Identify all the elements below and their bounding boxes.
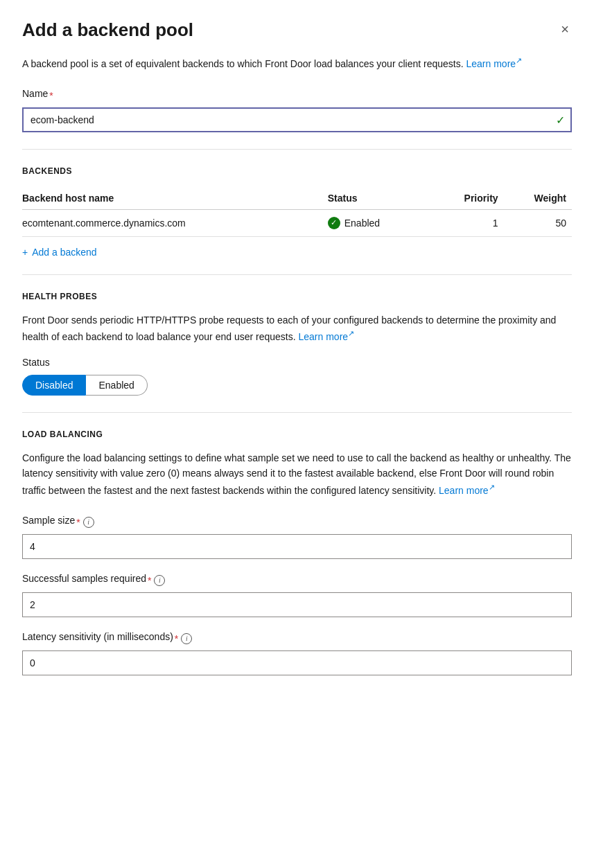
external-link-icon: ↗ [516, 56, 522, 64]
backends-table-header-row: Backend host name Status Priority Weight [22, 187, 572, 210]
successful-samples-label: Successful samples required [22, 573, 146, 584]
successful-samples-info-icon[interactable]: i [154, 575, 165, 586]
col-status: Status [328, 187, 433, 210]
latency-sensitivity-label-row: Latency sensitivity (in milliseconds) * … [22, 631, 572, 646]
status-enabled-cell: ✓ Enabled [328, 217, 427, 229]
load-balancing-section: LOAD BALANCING Configure the load balanc… [22, 429, 572, 675]
name-label: Name [22, 88, 48, 99]
backends-heading: BACKENDS [22, 166, 572, 176]
backends-section: BACKENDS Backend host name Status Priori… [22, 166, 572, 258]
health-probes-heading: HEALTH PROBES [22, 292, 572, 301]
sample-size-group: Sample size * i [22, 515, 572, 559]
health-probes-toggle-group: Disabled Enabled [22, 375, 572, 396]
description-text: A backend pool is a set of equivalent ba… [22, 58, 464, 69]
health-probes-external-link-icon: ↗ [348, 329, 354, 337]
name-field-group: Name * ✓ [22, 88, 572, 132]
latency-sensitivity-group: Latency sensitivity (in milliseconds) * … [22, 631, 572, 675]
health-probes-description: Front Door sends periodic HTTP/HTTPS pro… [22, 312, 572, 344]
backend-priority: 1 [433, 209, 504, 236]
sample-size-input[interactable] [22, 534, 572, 559]
load-balancing-description: Configure the load balancing settings to… [22, 450, 572, 498]
health-probes-learn-more-link[interactable]: Learn more↗ [299, 331, 355, 342]
health-probes-status-label: Status [22, 357, 572, 368]
col-weight: Weight [504, 187, 572, 210]
divider-backends [22, 149, 572, 150]
load-balancing-heading: LOAD BALANCING [22, 429, 572, 439]
col-priority: Priority [433, 187, 504, 210]
col-host-name: Backend host name [22, 187, 328, 210]
successful-samples-group: Successful samples required * i [22, 573, 572, 617]
add-backend-label: Add a backend [32, 247, 96, 258]
name-required-indicator: * [49, 90, 53, 101]
backend-status: ✓ Enabled [328, 209, 433, 236]
backend-host-name: ecomtenant.commerce.dynamics.com [22, 209, 328, 236]
latency-sensitivity-input[interactable] [22, 650, 572, 675]
latency-sensitivity-label: Latency sensitivity (in milliseconds) [22, 631, 173, 642]
add-backend-button[interactable]: + Add a backend [22, 247, 97, 258]
backends-table: Backend host name Status Priority Weight… [22, 187, 572, 237]
description-learn-more-link[interactable]: Learn more↗ [466, 58, 523, 69]
successful-samples-input[interactable] [22, 592, 572, 617]
panel-title: Add a backend pool [22, 19, 193, 41]
sample-size-required: * [76, 517, 80, 528]
sample-size-info-icon[interactable]: i [83, 517, 94, 528]
divider-load-balancing [22, 412, 572, 413]
toggle-disabled-button[interactable]: Disabled [22, 375, 86, 396]
health-probes-section: HEALTH PROBES Front Door sends periodic … [22, 292, 572, 396]
sample-size-label-row: Sample size * i [22, 515, 572, 530]
load-balancing-external-link-icon: ↗ [489, 483, 495, 491]
panel-description: A backend pool is a set of equivalent ba… [22, 55, 572, 71]
add-backend-icon: + [22, 247, 28, 258]
name-checkmark-icon: ✓ [556, 113, 565, 126]
load-balancing-learn-more-link[interactable]: Learn more↗ [439, 485, 495, 496]
name-input[interactable] [22, 107, 572, 132]
latency-sensitivity-info-icon[interactable]: i [181, 633, 192, 644]
successful-samples-required: * [148, 575, 151, 586]
close-button[interactable]: × [558, 19, 572, 39]
divider-health-probes [22, 274, 572, 275]
backends-table-body: ecomtenant.commerce.dynamics.com ✓ Enabl… [22, 209, 572, 236]
status-text: Enabled [344, 218, 380, 229]
backend-weight: 50 [504, 209, 572, 236]
sample-size-label: Sample size [22, 515, 75, 526]
successful-samples-label-row: Successful samples required * i [22, 573, 572, 588]
table-row: ecomtenant.commerce.dynamics.com ✓ Enabl… [22, 209, 572, 236]
panel-header: Add a backend pool × [22, 19, 572, 41]
add-backend-pool-panel: Add a backend pool × A backend pool is a… [0, 0, 594, 703]
toggle-enabled-button[interactable]: Enabled [86, 375, 147, 396]
backends-table-head: Backend host name Status Priority Weight [22, 187, 572, 210]
latency-sensitivity-required: * [175, 633, 178, 644]
name-input-wrapper: ✓ [22, 107, 572, 132]
status-enabled-icon: ✓ [328, 217, 340, 229]
